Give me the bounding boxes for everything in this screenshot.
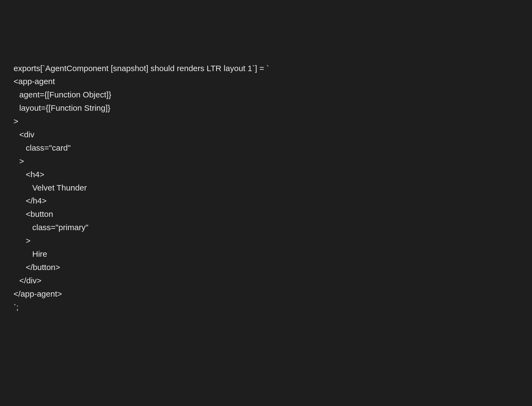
code-line: </div> [14, 274, 518, 287]
code-line: </button> [14, 261, 518, 274]
code-line: <button [14, 208, 518, 221]
code-line: class="card" [14, 141, 518, 155]
code-line: Velvet Thunder [14, 181, 518, 195]
code-block: exports[`AgentComponent [snapshot] shoul… [14, 62, 518, 314]
code-line: <app-agent [14, 75, 518, 88]
code-line: layout={[Function String]} [14, 101, 518, 115]
code-line: > [14, 155, 518, 168]
code-line: `; [14, 301, 518, 314]
code-line: exports[`AgentComponent [snapshot] shoul… [14, 62, 518, 75]
code-line: </app-agent> [14, 287, 518, 301]
code-line: > [14, 234, 518, 248]
code-line: <div [14, 128, 518, 141]
code-line: agent={[Function Object]} [14, 88, 518, 101]
code-line: class="primary" [14, 221, 518, 234]
code-line: </h4> [14, 194, 518, 208]
code-line: <h4> [14, 168, 518, 181]
code-line: > [14, 115, 518, 128]
code-line: Hire [14, 248, 518, 261]
